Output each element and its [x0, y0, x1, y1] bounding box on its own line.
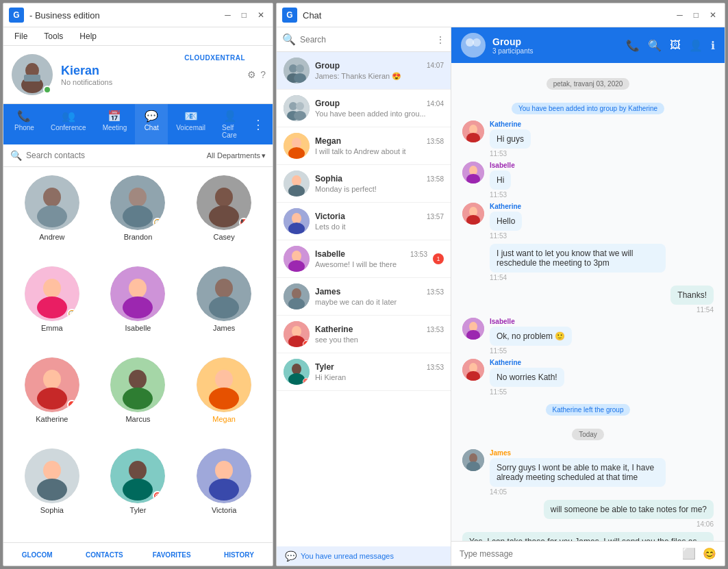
chat-avatar-james [284, 283, 310, 309]
chat-search-icon: 🔍 [282, 33, 296, 46]
system-message-left: Katherine left the group [462, 403, 714, 415]
contact-victoria[interactable]: Victoria [184, 448, 264, 534]
contact-katherine[interactable]: Katherine [12, 357, 92, 443]
unread-icon: 💬 [285, 551, 297, 561]
dept-chevron-icon: ▾ [262, 151, 266, 160]
msg-content-james-1: James Sorry guys I wont be able to make … [490, 449, 666, 496]
tab-conference[interactable]: 👥 Conference [42, 104, 95, 144]
chat-item-victoria[interactable]: Victoria 13:57 Lets do it [277, 203, 451, 240]
bottom-tab-contacts[interactable]: CONTACTS [71, 543, 138, 566]
chat-item-group2[interactable]: Group 14:04 You have been added into gro… [277, 90, 451, 127]
chat-name-katherine: Katherine [315, 325, 353, 334]
info-icon[interactable]: ℹ [711, 39, 715, 52]
chat-item-group1[interactable]: Group 14:07 James: Thanks Kieran 😍 [277, 52, 451, 90]
contact-megan[interactable]: Megan [184, 357, 264, 443]
chat-preview-group1: James: Thanks Kieran 😍 [315, 72, 444, 81]
contact-name-sophia: Sophia [40, 506, 64, 514]
more-options[interactable]: ⋮ [247, 104, 270, 144]
emoji-icon[interactable]: 😊 [703, 547, 716, 560]
chat-item-james[interactable]: James 13:53 maybe we can do it later [277, 278, 451, 316]
chat-item-megan[interactable]: Megan 13:58 I will talk to Andrew about … [277, 127, 451, 165]
msg-avatar-james-1 [462, 449, 484, 471]
chat-item-tyler[interactable]: ⊘ Tyler 13:53 Hi Kieran [277, 353, 451, 391]
department-selector[interactable]: All Departments ▾ [207, 151, 266, 160]
contact-james[interactable]: James [184, 266, 264, 352]
file-menu[interactable]: File [12, 30, 30, 42]
contact-brandon[interactable]: 🕐 Brandon [98, 175, 179, 261]
tab-chat[interactable]: 💬 Chat [135, 104, 168, 144]
contact-emma[interactable]: 🕐 Emma [12, 266, 92, 352]
contact-name-victoria: Victoria [212, 506, 236, 514]
unread-banner[interactable]: 💬 You have unread messages [277, 546, 451, 566]
bottom-tab-glocom[interactable]: GLOCOM [3, 543, 71, 566]
contact-marcus[interactable]: Marcus [98, 357, 179, 443]
date-divider: petak, travanj 03, 2020 [462, 77, 714, 89]
call-icon[interactable]: 📞 [626, 39, 640, 52]
contact-avatar-katherine [25, 357, 79, 412]
search-icon[interactable]: 🔍 [648, 39, 662, 52]
tab-voicemail[interactable]: 📧 Voicemail [168, 104, 214, 144]
minimize-button[interactable]: ─ [222, 9, 234, 21]
help-menu[interactable]: Help [77, 30, 99, 42]
chat-info-group2: Group 14:04 You have been added into gro… [315, 99, 444, 118]
tab-phone[interactable]: 📞 Phone [6, 104, 42, 144]
chat-item-katherine[interactable]: Katherine 13:53 see you then [277, 316, 451, 353]
chat-conversations-list: Group 14:07 James: Thanks Kieran 😍 Group [277, 52, 451, 546]
type-message-input[interactable] [460, 549, 682, 559]
chat-item-sophia[interactable]: Sophia 13:58 Monday is perfect! [277, 165, 451, 203]
svg-point-44 [294, 73, 306, 83]
contact-andrew[interactable]: Andrew [12, 175, 92, 261]
settings-icon[interactable]: ⚙ [247, 69, 256, 80]
svg-point-29 [215, 370, 233, 389]
chat-avatar-group1 [284, 58, 310, 84]
chat-minimize-button[interactable]: ─ [674, 9, 686, 21]
msg-katherine-1: Katherine Hi guys 11:53 [462, 121, 714, 157]
close-button[interactable]: ✕ [255, 9, 267, 21]
chat-panel: G Chat ─ □ ✕ 🔍 ⋮ [276, 3, 725, 566]
contact-casey[interactable]: 📞 Casey [184, 175, 264, 261]
chat-filter-icon[interactable]: ⋮ [436, 34, 445, 45]
meeting-icon: 📅 [108, 110, 121, 123]
chat-preview-megan: I will talk to Andrew about it [315, 147, 444, 155]
gallery-icon[interactable]: 🖼 [670, 39, 681, 52]
chat-maximize-button[interactable]: □ [691, 9, 701, 21]
contact-avatar-tyler: ⊘ [110, 448, 165, 503]
bottom-tab-history[interactable]: HISTORY [205, 543, 273, 566]
chat-messages-area: petak, travanj 03, 2020 You have been ad… [451, 63, 725, 541]
chat-item-isabelle[interactable]: Isabelle 13:53 Awesome! I will be there … [277, 240, 451, 278]
chat-header-info: Group 3 participants [492, 36, 533, 55]
svg-point-47 [296, 102, 304, 110]
msg-bubble-isabelle-2: Ok, no problem 🙂 [490, 327, 572, 346]
tools-menu[interactable]: Tools [41, 30, 66, 42]
contact-isabelle[interactable]: Isabelle [98, 266, 179, 352]
msg-sender-isabelle-1: Isabelle [490, 162, 515, 169]
maximize-button[interactable]: □ [239, 9, 249, 21]
chat-name-tyler: Tyler [315, 362, 334, 372]
bottom-tab-favorites[interactable]: FAVORITES [138, 543, 205, 566]
chat-close-button[interactable]: ✕ [707, 9, 719, 21]
titlebar-left: G - Business edition [9, 8, 100, 23]
msg-sender-katherine-1: Katherine [490, 121, 531, 128]
tab-meeting[interactable]: 📅 Meeting [95, 104, 136, 144]
chat-name-james: James [315, 287, 340, 296]
chat-time-sophia: 13:58 [427, 175, 444, 183]
msg-bubble-self-notes-a: Yes, I can take those for you James. I w… [462, 532, 714, 541]
contact-name-andrew: Andrew [39, 233, 64, 241]
attachment-icon[interactable]: ⬜ [682, 547, 696, 560]
search-input[interactable] [26, 151, 203, 160]
chat-search-input[interactable] [300, 35, 431, 45]
svg-point-23 [43, 370, 61, 389]
svg-point-24 [37, 388, 67, 409]
contact-sophia[interactable]: Sophia [12, 448, 92, 534]
contact-name-emma: Emma [41, 324, 63, 332]
msg-content-isabelle-2: Isabelle Ok, no problem 🙂 11:55 [490, 318, 572, 355]
tab-selfcare[interactable]: 👤 Self Care [214, 104, 247, 144]
profile-name: Kieran [61, 64, 264, 78]
chat-main: Group 3 participants 📞 🔍 🖼 👤 ℹ petak, tr… [451, 27, 725, 566]
contact-tyler[interactable]: ⊘ Tyler [98, 448, 179, 534]
svg-point-69 [292, 364, 301, 375]
chat-time-megan: 13:58 [427, 138, 444, 145]
help-icon[interactable]: ? [260, 69, 266, 80]
contact-avatar-marcus [110, 357, 165, 412]
participants-icon[interactable]: 👤 [689, 39, 703, 52]
